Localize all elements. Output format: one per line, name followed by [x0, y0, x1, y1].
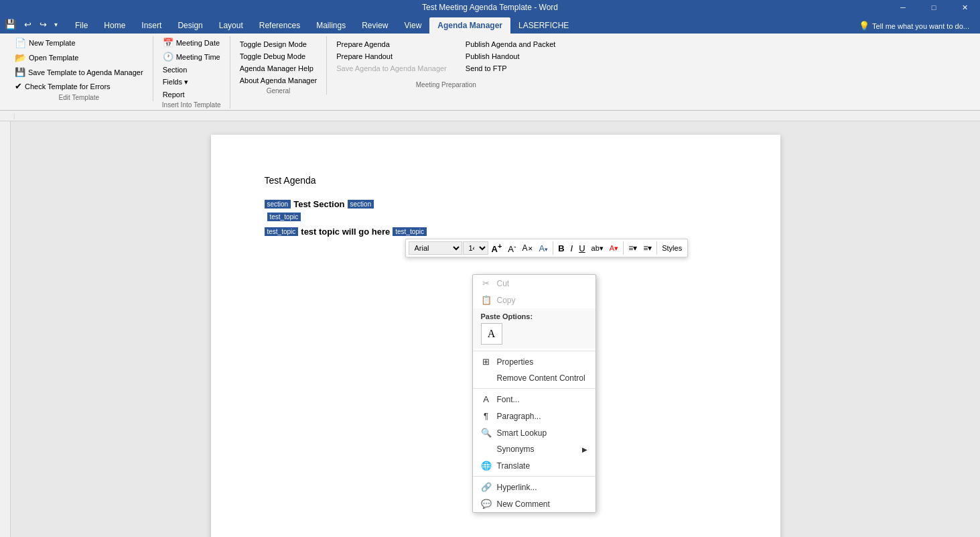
- font-select[interactable]: Arial: [409, 241, 462, 255]
- ctx-remove-content-control[interactable]: Remove Content Control: [473, 370, 596, 386]
- prepare-handout-button[interactable]: Prepare Handout: [332, 51, 451, 62]
- tab-file[interactable]: File: [67, 17, 96, 34]
- new-template-button[interactable]: 📄 New Template: [11, 36, 147, 50]
- font-size-select[interactable]: 14: [463, 241, 488, 255]
- italic-button[interactable]: I: [568, 242, 576, 255]
- tab-view[interactable]: View: [397, 17, 430, 34]
- ctx-copy[interactable]: 📋 Copy: [473, 292, 596, 308]
- ctx-properties[interactable]: ⊞ Properties: [473, 353, 596, 370]
- topic-text: test topic will go here: [301, 227, 390, 237]
- translate-icon: 🌐: [481, 461, 492, 471]
- vertical-ruler: [0, 121, 11, 537]
- ctx-hyperlink[interactable]: 🔗 Hyperlink...: [473, 479, 596, 495]
- test-topic-tag: test_topic: [267, 213, 301, 221]
- topic-tag-end: test_topic: [393, 227, 427, 236]
- cut-icon: ✂: [481, 278, 492, 288]
- fields-button[interactable]: Fields ▾: [159, 76, 224, 88]
- window-controls: ─ □ ✕: [888, 0, 980, 15]
- section-content-control[interactable]: section Test Section section: [265, 199, 727, 209]
- qa-more-btn[interactable]: ▾: [53, 19, 59, 29]
- separator-1: [473, 351, 596, 351]
- edit-template-label: Edit Template: [11, 93, 147, 101]
- meeting-date-button[interactable]: 📅 Meeting Date: [159, 36, 224, 49]
- hyperlink-icon: 🔗: [481, 482, 492, 492]
- ribbon-group-meeting-prep: Prepare Agenda Prepare Handout Save Agen…: [327, 36, 565, 88]
- check-template-button[interactable]: ✔ Check Template for Errors: [11, 80, 147, 93]
- font-icon: A: [481, 394, 492, 404]
- tab-home[interactable]: Home: [96, 17, 133, 34]
- paste-options-label: Paste Options:: [481, 312, 587, 320]
- ctx-paragraph[interactable]: ¶ Paragraph...: [473, 408, 596, 424]
- prepare-agenda-button[interactable]: Prepare Agenda: [332, 39, 451, 50]
- report-button[interactable]: Report: [159, 89, 224, 100]
- save-quick-btn[interactable]: 💾: [3, 17, 18, 31]
- meeting-prep-label: Meeting Preparation: [332, 80, 559, 88]
- document-area[interactable]: Test Agenda section Test Section section…: [11, 121, 980, 537]
- about-agenda-manager-button[interactable]: About Agenda Manager: [236, 75, 322, 86]
- tab-references[interactable]: References: [251, 17, 308, 34]
- ctx-smart-lookup[interactable]: 🔍 Smart Lookup: [473, 424, 596, 441]
- tab-layout[interactable]: Layout: [211, 17, 251, 34]
- redo-quick-btn[interactable]: ↪: [38, 18, 49, 31]
- save-agenda-button: Save Agenda to Agenda Manager: [332, 63, 451, 74]
- separator-3: [473, 476, 596, 477]
- title-bar: Test Meeting Agenda Template - Word ─ □ …: [0, 0, 980, 15]
- section-label: Test Section: [293, 199, 344, 209]
- open-template-button[interactable]: 📂 Open Template: [11, 51, 147, 64]
- ctx-cut[interactable]: ✂ Cut: [473, 275, 596, 292]
- topic-row[interactable]: test_topic test topic will go here test_…: [265, 227, 727, 237]
- tab-insert[interactable]: Insert: [133, 17, 169, 34]
- horizontal-ruler: |: [0, 111, 980, 121]
- ctx-synonyms[interactable]: Synonyms ▶: [473, 441, 596, 457]
- context-menu: ✂ Cut 📋 Copy Paste Options: A: [472, 274, 596, 513]
- meeting-time-button[interactable]: 🕐 Meeting Time: [159, 50, 224, 63]
- send-to-ftp-button[interactable]: Send to FTP: [462, 63, 560, 74]
- highlight-button[interactable]: ab▾: [589, 243, 606, 254]
- tab-review[interactable]: Review: [354, 17, 396, 34]
- ctx-translate[interactable]: 🌐 Translate: [473, 457, 596, 474]
- numbering-button[interactable]: ≡▾: [640, 242, 654, 254]
- ctx-font[interactable]: A Font...: [473, 391, 596, 408]
- close-button[interactable]: ✕: [949, 0, 980, 15]
- tell-me-box[interactable]: 💡 Tell me what you want to do...: [851, 18, 977, 34]
- decrease-font-button[interactable]: A-: [505, 241, 518, 255]
- topic-tag-start: test_topic: [265, 227, 299, 236]
- section-tag-end: section: [348, 200, 374, 208]
- save-template-button[interactable]: 💾 Save Template to Agenda Manager: [11, 66, 147, 78]
- copy-icon: 📋: [481, 295, 492, 305]
- ribbon-group-general: Toggle Design Mode Toggle Debug Mode Age…: [230, 36, 328, 95]
- publish-handout-button[interactable]: Publish Handout: [462, 51, 560, 62]
- ctx-new-comment[interactable]: 💬 New Comment: [473, 495, 596, 512]
- section-tag-start: section: [265, 200, 291, 208]
- test-topic-label-row: test_topic: [267, 212, 727, 221]
- insert-buttons: 📅 Meeting Date 🕐 Meeting Time Section Fi…: [159, 36, 224, 100]
- toggle-debug-mode-button[interactable]: Toggle Debug Mode: [236, 51, 322, 62]
- section-button[interactable]: Section: [159, 64, 224, 75]
- paragraph-icon: ¶: [481, 411, 492, 421]
- document-page[interactable]: Test Agenda section Test Section section…: [211, 135, 780, 537]
- document-title: Test Agenda: [265, 175, 727, 186]
- tab-laserfiche[interactable]: LASERFICHE: [510, 17, 577, 34]
- increase-font-button[interactable]: A+: [489, 241, 505, 255]
- undo-quick-btn[interactable]: ↩: [22, 18, 33, 31]
- tab-agenda-manager[interactable]: Agenda Manager: [429, 17, 510, 34]
- publish-agenda-packet-button[interactable]: Publish Agenda and Packet: [462, 39, 560, 50]
- separator-2: [473, 388, 596, 389]
- styles-button[interactable]: Styles: [659, 243, 685, 253]
- bullets-button[interactable]: ≡▾: [626, 242, 640, 254]
- smart-lookup-icon: 🔍: [481, 428, 492, 438]
- app-title: Test Meeting Agenda Template - Word: [422, 3, 558, 12]
- tab-design[interactable]: Design: [169, 17, 210, 34]
- text-effects-button[interactable]: A▾: [537, 242, 551, 255]
- agenda-manager-help-button[interactable]: Agenda Manager Help: [236, 63, 322, 74]
- minimize-button[interactable]: ─: [888, 0, 918, 15]
- clear-format-button[interactable]: A✕: [520, 242, 536, 254]
- floating-toolbar: Arial 14 A+ A- A✕ A▾ B I U ab▾ A▾ ≡▾ ≡▾: [405, 239, 689, 257]
- tab-mailings[interactable]: Mailings: [308, 17, 354, 34]
- font-color-button[interactable]: A▾: [607, 243, 621, 254]
- toggle-design-mode-button[interactable]: Toggle Design Mode: [236, 39, 322, 50]
- paste-option-a[interactable]: A: [481, 323, 502, 345]
- bold-button[interactable]: B: [555, 242, 567, 255]
- underline-button[interactable]: U: [576, 242, 587, 255]
- maximize-button[interactable]: □: [918, 0, 949, 15]
